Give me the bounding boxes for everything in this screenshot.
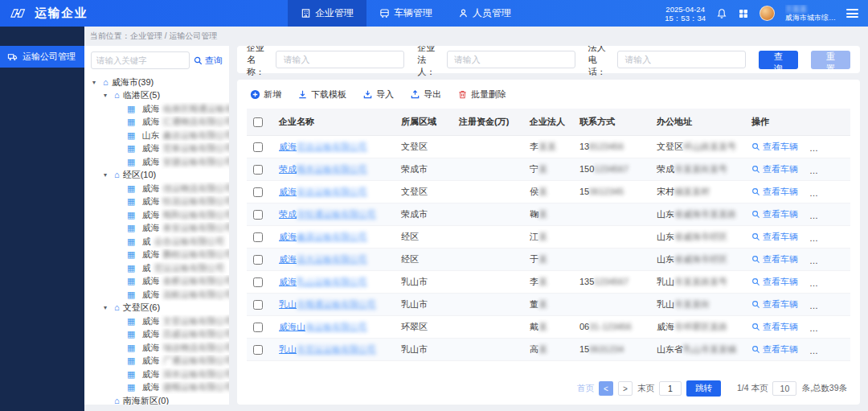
row-checkbox[interactable] bbox=[253, 345, 263, 355]
delete-button[interactable]: 删除 bbox=[850, 208, 850, 220]
tree-search-button[interactable]: 查询 bbox=[194, 55, 223, 67]
view-vehicles-button[interactable]: 查看车辆 bbox=[751, 231, 798, 243]
row-checkbox[interactable] bbox=[253, 232, 263, 242]
row-checkbox[interactable] bbox=[253, 277, 263, 287]
edit-button[interactable]: 编辑 bbox=[809, 186, 838, 198]
tree-node[interactable]: ▾ ⌂ ⌂ ▦ 威海 恒远运输有限公司 bbox=[84, 195, 229, 209]
bell-icon[interactable] bbox=[716, 8, 727, 19]
tree-node[interactable]: ▾ ⌂ ⌂ ▦ 威海 泰安运输有限公司 bbox=[84, 222, 229, 236]
edit-button[interactable]: 编辑 bbox=[809, 343, 838, 356]
apps-grid-icon[interactable] bbox=[738, 8, 749, 19]
delete-button[interactable]: 删除 bbox=[850, 186, 850, 198]
company-name-link[interactable]: 威海乳山运输有限公司 bbox=[279, 277, 367, 286]
pagination-prev[interactable]: < bbox=[599, 381, 613, 396]
tree-node[interactable]: ▾ ⌂ ⌂ ▦ 威海 安捷运输有限公司 bbox=[84, 155, 229, 169]
page-size-select[interactable]: 10 bbox=[772, 381, 796, 396]
company-name-link[interactable]: 威海山海运输有限公司 bbox=[279, 322, 367, 331]
row-checkbox[interactable] bbox=[253, 187, 263, 197]
menu-icon[interactable] bbox=[846, 7, 858, 20]
tree-node[interactable]: ▾ ⌂ ⌂ ▦ 威海 临港区顺通运输有限公司 bbox=[84, 102, 229, 116]
export-button[interactable]: 导出 bbox=[410, 88, 441, 101]
pagination-last[interactable]: 末页 bbox=[637, 383, 654, 394]
tree-node[interactable]: ▾ ⌂ ⌂ ▦ 威 众合运输有限公司 bbox=[84, 235, 229, 249]
company-name-link[interactable]: 威海远大运输有限公司 bbox=[279, 254, 367, 264]
tree-node[interactable]: ▾ ⌂ ⌂ ▦ 临港区(5) bbox=[84, 89, 229, 103]
delete-button[interactable]: 删除 bbox=[850, 231, 850, 243]
tree-node[interactable]: ▾ ⌂ ⌂ ▦ 威海 捷顺运输有限公司 bbox=[84, 381, 229, 395]
expand-arrow-icon[interactable]: ▾ bbox=[104, 92, 111, 99]
tree-node[interactable]: ▾ ⌂ ⌂ ▦ 山东 鑫达运输有限公司 bbox=[84, 129, 229, 142]
tree-node[interactable]: ▾ ⌂ ⌂ ▦ 威海 汇通物流有限公司 bbox=[84, 116, 229, 129]
legal-person-input[interactable] bbox=[447, 51, 575, 68]
tree-node[interactable]: ▾ ⌂ ⌂ ▦ 威海 润丰运输有限公司 bbox=[84, 368, 229, 381]
company-name-link[interactable]: 威海鑫源运输有限公司 bbox=[279, 232, 367, 241]
view-vehicles-button[interactable]: 查看车辆 bbox=[751, 253, 798, 265]
view-vehicles-button[interactable]: 查看车辆 bbox=[751, 343, 798, 356]
company-name-link[interactable]: 威海安达运输有限公司 bbox=[279, 187, 367, 196]
batch-delete-button[interactable]: 批量删除 bbox=[457, 88, 506, 101]
tree-node[interactable]: ▾ ⌂ ⌂ ▦ 威海 鹏程运输有限公司 bbox=[84, 249, 229, 262]
tab-personnel-management[interactable]: 人员管理 bbox=[445, 0, 524, 27]
expand-arrow-icon[interactable]: ▾ bbox=[92, 79, 100, 86]
tree-node[interactable]: ▾ ⌂ ⌂ ▦ 威海 昌盛运输有限公司 bbox=[84, 328, 229, 342]
tree-node[interactable]: ▾ ⌂ ⌂ ▦ 威海 金桥运输有限公司 bbox=[84, 275, 229, 289]
tree-node[interactable]: ▾ ⌂ ⌂ ▦ 经区(10) bbox=[84, 169, 229, 183]
import-button[interactable]: 导入 bbox=[362, 88, 394, 101]
edit-button[interactable]: 编辑 bbox=[809, 208, 838, 220]
view-vehicles-button[interactable]: 查看车辆 bbox=[751, 208, 798, 220]
row-checkbox[interactable] bbox=[253, 142, 263, 152]
tree-node[interactable]: ▾ ⌂ ⌂ ▦ 威海市(39) bbox=[84, 76, 229, 89]
row-checkbox[interactable] bbox=[253, 255, 263, 265]
expand-arrow-icon[interactable]: ▾ bbox=[104, 304, 111, 311]
company-name-link[interactable]: 乳山市顺通运输有限公司 bbox=[279, 299, 376, 309]
select-all-checkbox[interactable] bbox=[253, 117, 263, 127]
view-vehicles-button[interactable]: 查看车辆 bbox=[751, 186, 798, 198]
view-vehicles-button[interactable]: 查看车辆 bbox=[751, 321, 798, 333]
tab-enterprise-management[interactable]: 企业管理 bbox=[288, 0, 366, 27]
tab-vehicle-management[interactable]: 车辆管理 bbox=[366, 0, 445, 27]
view-vehicles-button[interactable]: 查看车辆 bbox=[751, 163, 798, 175]
tree-node[interactable]: ▾ ⌂ ⌂ ▦ 威 宏运运输有限公司 bbox=[84, 261, 229, 275]
delete-button[interactable]: 删除 bbox=[850, 298, 850, 310]
row-checkbox[interactable] bbox=[253, 210, 263, 220]
legal-phone-input[interactable] bbox=[617, 51, 746, 68]
expand-arrow-icon[interactable]: ▾ bbox=[104, 171, 111, 179]
view-vehicles-button[interactable]: 查看车辆 bbox=[751, 298, 798, 310]
view-vehicles-button[interactable]: 查看车辆 bbox=[751, 276, 798, 288]
edit-button[interactable]: 编辑 bbox=[809, 141, 838, 153]
tree-node[interactable]: ▾ ⌂ ⌂ ▦ 威海 佳运物流有限公司 bbox=[84, 182, 229, 195]
tree-node[interactable]: ▾ ⌂ ⌂ ▦ 威海 顺和运输有限公司 bbox=[84, 208, 229, 222]
add-button[interactable]: 新增 bbox=[250, 88, 281, 101]
company-name-link[interactable]: 荣成顺丰运输有限公司 bbox=[279, 164, 367, 174]
company-name-link[interactable]: 威海宏达运输有限公司 bbox=[279, 142, 367, 151]
user-info[interactable]: 王某某 威海市城市综… bbox=[785, 5, 836, 23]
delete-button[interactable]: 删除 bbox=[850, 163, 850, 175]
view-vehicles-button[interactable]: 查看车辆 bbox=[751, 141, 798, 153]
delete-button[interactable]: 删除 bbox=[850, 321, 850, 333]
pagination-next[interactable]: > bbox=[618, 381, 633, 396]
tree-node[interactable]: ▾ ⌂ ⌂ ▦ 威海 广通运输有限公司 bbox=[84, 355, 229, 368]
row-checkbox[interactable] bbox=[253, 165, 263, 175]
edit-button[interactable]: 编辑 bbox=[809, 298, 838, 310]
company-name-link[interactable]: 乳山市宏运运输有限公司 bbox=[279, 344, 376, 354]
edit-button[interactable]: 编辑 bbox=[809, 253, 838, 265]
company-name-link[interactable]: 荣成市恒通运输有限公司 bbox=[279, 209, 376, 219]
jump-button[interactable]: 跳转 bbox=[686, 380, 721, 397]
user-avatar[interactable] bbox=[760, 6, 775, 21]
edit-button[interactable]: 编辑 bbox=[809, 231, 838, 243]
page-number-input[interactable] bbox=[659, 381, 682, 396]
tree-node[interactable]: ▾ ⌂ ⌂ ▦ 威海 文登运输有限公司 bbox=[84, 314, 229, 328]
edit-button[interactable]: 编辑 bbox=[809, 163, 838, 175]
download-template-button[interactable]: 下载模板 bbox=[297, 88, 346, 101]
row-checkbox[interactable] bbox=[253, 323, 263, 332]
search-button[interactable]: 查询 bbox=[759, 51, 798, 69]
reset-button[interactable]: 重置 bbox=[811, 51, 850, 69]
delete-button[interactable]: 删除 bbox=[850, 276, 850, 288]
edit-button[interactable]: 编辑 bbox=[809, 321, 838, 333]
row-checkbox[interactable] bbox=[253, 300, 263, 310]
tree-search-input[interactable] bbox=[91, 51, 190, 69]
tree-node[interactable]: ▾ ⌂ ⌂ ▦ 威海 瑞达物流有限公司 bbox=[84, 341, 229, 355]
tree-node[interactable]: ▾ ⌂ ⌂ ▦ 南海新区(0) bbox=[84, 394, 229, 405]
delete-button[interactable]: 删除 bbox=[850, 253, 850, 265]
tree-node[interactable]: ▾ ⌂ ⌂ ▦ 威海 宏泰运输有限公司 bbox=[84, 142, 229, 156]
